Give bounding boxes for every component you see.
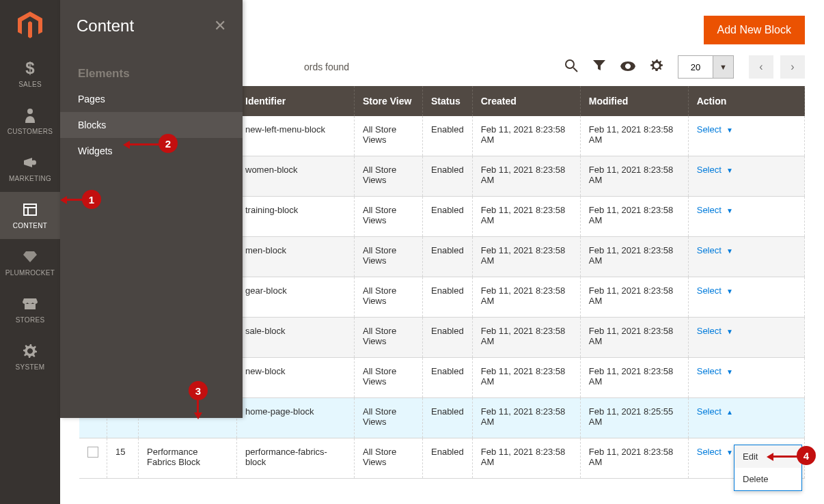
sidebar-item-marketing[interactable]: MARKETING	[0, 145, 60, 192]
row-select-action[interactable]: Select ▼	[697, 366, 733, 376]
cell-created: Feb 11, 2021 8:23:58 AM	[472, 277, 580, 318]
flyout-item-pages[interactable]: Pages	[60, 86, 243, 112]
flyout-item-label: Blocks	[78, 120, 106, 130]
cell-created: Feb 11, 2021 8:23:58 AM	[472, 237, 580, 277]
search-icon[interactable]	[564, 59, 578, 76]
cell-modified: Feb 11, 2021 8:23:58 AM	[580, 318, 688, 358]
action-delete[interactable]: Delete	[734, 468, 801, 490]
admin-sidebar: $ SALES CUSTOMERS MARKETING CONTENT PLUM…	[0, 0, 60, 504]
sidebar-item-label: SALES	[18, 81, 42, 88]
cell-modified: Feb 11, 2021 8:23:58 AM	[580, 156, 688, 197]
annotation-badge-3: 3	[189, 381, 208, 400]
sidebar-item-stores[interactable]: STORES	[0, 286, 60, 333]
dollar-icon: $	[25, 59, 34, 78]
sidebar-item-content[interactable]: CONTENT	[0, 192, 60, 239]
sidebar-item-label: SYSTEM	[16, 363, 45, 371]
flyout-item-blocks[interactable]: Blocks	[60, 112, 243, 138]
svg-line-5	[573, 68, 577, 72]
eye-icon[interactable]	[620, 60, 635, 74]
cell-status: Enabled	[423, 438, 473, 479]
cell-store: All Store Views	[355, 398, 423, 438]
storefront-icon	[23, 294, 38, 313]
annotation-badge-4: 4	[797, 446, 816, 465]
col-modified[interactable]: Modified	[580, 86, 688, 116]
cell-created: Feb 11, 2021 8:23:58 AM	[472, 318, 580, 358]
cell-status: Enabled	[423, 358, 473, 398]
cell-identifier: training-block	[237, 197, 355, 237]
row-select-action[interactable]: Select ▼	[697, 285, 733, 296]
col-status[interactable]: Status	[423, 86, 473, 116]
cell-modified: Feb 11, 2021 8:23:58 AM	[580, 438, 688, 479]
flyout-item-widgets[interactable]: Widgets	[60, 138, 243, 164]
chevron-icon: ▼	[726, 207, 733, 214]
row-select-action[interactable]: Select ▼	[697, 124, 733, 135]
layout-icon	[23, 200, 37, 219]
sidebar-item-system[interactable]: SYSTEM	[0, 333, 60, 380]
chevron-icon: ▼	[726, 368, 733, 376]
flyout-section-label: Elements	[60, 60, 243, 86]
person-icon	[24, 106, 36, 125]
content-flyout: Content ✕ Elements Pages Blocks Widgets	[60, 0, 243, 418]
cell-store: All Store Views	[355, 438, 423, 479]
add-new-block-button[interactable]: Add New Block	[704, 16, 806, 44]
cell-created: Feb 11, 2021 8:23:58 AM	[472, 358, 580, 398]
chevron-icon: ▼	[726, 449, 733, 456]
records-found-text: ords found	[304, 61, 349, 72]
prev-page-button[interactable]: ‹	[749, 55, 773, 79]
col-action[interactable]: Action	[688, 86, 804, 116]
flyout-title: Content	[77, 16, 134, 36]
page-size-input[interactable]: 20	[678, 55, 713, 79]
cell-store: All Store Views	[355, 237, 423, 277]
cell-created: Feb 11, 2021 8:23:58 AM	[472, 197, 580, 237]
row-select-action[interactable]: Select ▼	[697, 205, 733, 215]
cell-identifier: performance-fabrics-block	[237, 438, 355, 479]
settings-icon[interactable]	[650, 59, 663, 75]
cell-status: Enabled	[423, 398, 473, 438]
cell-identifier: new-left-menu-block	[237, 116, 355, 156]
sidebar-item-label: CUSTOMERS	[8, 128, 53, 135]
sidebar-item-plumrocket[interactable]: PLUMROCKET	[0, 239, 60, 286]
sidebar-item-sales[interactable]: $ SALES	[0, 51, 60, 98]
col-store-view[interactable]: Store View	[355, 86, 423, 116]
row-select-action[interactable]: Select ▲	[697, 406, 733, 417]
cell-modified: Feb 11, 2021 8:23:58 AM	[580, 358, 688, 398]
filter-icon[interactable]	[593, 60, 605, 74]
cell-identifier: new-block	[237, 358, 355, 398]
close-icon[interactable]: ✕	[214, 17, 226, 35]
chevron-icon: ▼	[726, 167, 733, 174]
annotation-badge-2: 2	[159, 134, 178, 153]
col-identifier[interactable]: Identifier	[237, 86, 355, 116]
cell-identifier: sale-block	[237, 318, 355, 358]
row-select-action[interactable]: Select ▼	[697, 245, 733, 255]
magento-logo[interactable]	[0, 0, 60, 51]
cell-identifier: home-page-block	[237, 398, 355, 438]
svg-point-4	[566, 60, 574, 68]
sidebar-item-label: STORES	[16, 316, 45, 324]
cell-created: Feb 11, 2021 8:23:58 AM	[472, 438, 580, 479]
chevron-icon: ▼	[726, 247, 733, 255]
sidebar-item-customers[interactable]: CUSTOMERS	[0, 98, 60, 145]
cell-status: Enabled	[423, 237, 473, 277]
cell-id: 15	[107, 438, 139, 479]
sidebar-item-label: CONTENT	[13, 222, 47, 229]
row-select-action[interactable]: Select ▼	[697, 165, 733, 175]
page-size-control: 20 ▼	[678, 55, 734, 79]
cell-store: All Store Views	[355, 197, 423, 237]
row-checkbox[interactable]	[87, 447, 98, 458]
megaphone-icon	[23, 153, 38, 172]
next-page-button[interactable]: ›	[780, 55, 805, 79]
cell-store: All Store Views	[355, 277, 423, 318]
table-row[interactable]: 15Performance Fabrics Blockperformance-f…	[79, 438, 805, 479]
col-created[interactable]: Created	[472, 86, 580, 116]
page-size-dropdown[interactable]: ▼	[713, 55, 734, 79]
annotation-badge-1: 1	[82, 190, 101, 209]
cell-modified: Feb 11, 2021 8:23:58 AM	[580, 197, 688, 237]
cell-store: All Store Views	[355, 358, 423, 398]
row-select-action[interactable]: Select ▼	[697, 447, 733, 457]
svg-rect-1	[24, 204, 36, 215]
row-select-action[interactable]: Select ▼	[697, 326, 733, 336]
gear-icon	[23, 341, 37, 361]
chevron-icon: ▲	[726, 408, 733, 416]
cell-modified: Feb 11, 2021 8:23:58 AM	[580, 277, 688, 318]
cell-created: Feb 11, 2021 8:23:58 AM	[472, 156, 580, 197]
